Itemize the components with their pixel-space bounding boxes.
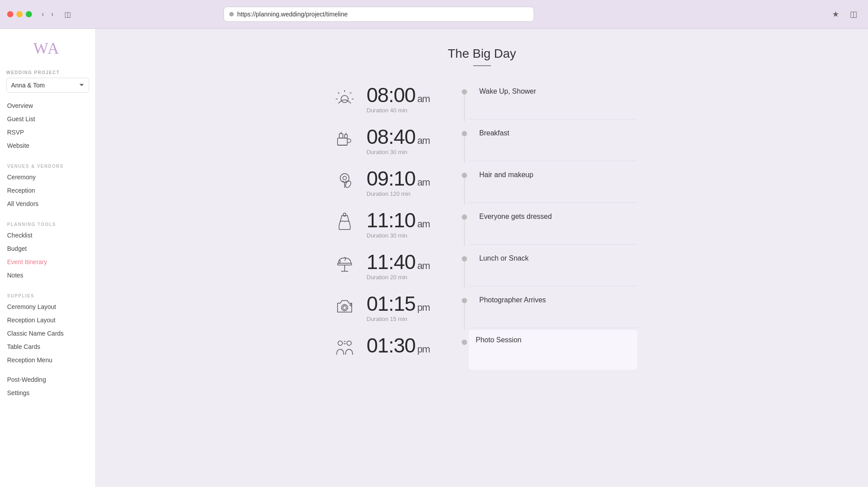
svg-point-16	[343, 176, 346, 180]
sidebar-item-budget[interactable]: Budget	[0, 242, 95, 255]
timeline-dot-photo-session	[462, 340, 467, 345]
icon-col-lunch	[327, 246, 362, 274]
food-icon	[335, 254, 354, 274]
timeline-line-photographer	[464, 303, 465, 330]
timeline-line-dressed	[464, 220, 465, 246]
planning-section-title: PLANNING TOOLS	[0, 222, 95, 227]
project-select-wrapper: Anna & Tom	[0, 75, 95, 93]
dot-col-wake-up	[460, 79, 469, 121]
sidebar-item-website[interactable]: Website	[0, 139, 95, 152]
event-name-photo-session: Photo Session	[476, 336, 630, 344]
icon-col-hair-makeup	[327, 163, 362, 190]
back-button[interactable]: ‹	[39, 9, 47, 19]
page-title-area: The Big Day	[122, 47, 841, 66]
sunrise-icon	[335, 87, 354, 107]
time-breakfast: 08:40am	[367, 127, 451, 147]
svg-point-15	[344, 180, 352, 189]
close-button[interactable]	[7, 11, 13, 17]
event-name-dressed: Everyone gets dressed	[479, 213, 637, 221]
time-col-lunch: 11:40am Duration 20 min	[362, 246, 460, 281]
app-logo: WA	[32, 38, 63, 59]
sidebar-toggle-button[interactable]: ◫	[62, 9, 74, 20]
timeline-item-photographer: 01:15pm Duration 15 min Photographer Arr…	[327, 288, 637, 330]
icon-col-dressed	[327, 205, 362, 232]
timeline-item-wake-up: 08:00am Duration 40 min Wake Up, Shower	[327, 79, 637, 121]
dot-col-hair-makeup	[460, 163, 469, 205]
sidebar-item-classic-name-cards[interactable]: Classic Name Cards	[0, 327, 95, 340]
time-wake-up: 08:00am	[367, 85, 451, 105]
event-name-lunch: Lunch or Snack	[479, 254, 637, 262]
event-name-wake-up: Wake Up, Shower	[479, 87, 637, 95]
timeline-line-breakfast	[464, 136, 465, 163]
timeline-item-hair-makeup: 09:10am Duration 120 min Hair and makeup	[327, 163, 637, 205]
time-col-dressed: 11:10am Duration 30 min	[362, 205, 460, 239]
icon-col-breakfast	[327, 121, 362, 149]
main-content: The Big Day	[96, 29, 868, 487]
sidebar-item-ceremony[interactable]: Ceremony	[0, 170, 95, 184]
svg-point-22	[343, 306, 346, 309]
address-bar[interactable]: https://planning.wedding/project/timelin…	[224, 7, 534, 22]
timeline-dot-hair-makeup	[462, 173, 467, 178]
minimize-button[interactable]	[16, 11, 23, 17]
people-photo-icon	[335, 338, 354, 357]
dot-col-photo-session	[460, 330, 469, 345]
venues-section-title: VENUES & VENDORS	[0, 164, 95, 169]
sidebar-item-ceremony-layout[interactable]: Ceremony Layout	[0, 300, 95, 313]
svg-point-21	[342, 305, 348, 311]
split-view-button[interactable]: ◫	[846, 8, 861, 20]
sidebar-item-reception-menu[interactable]: Reception Menu	[0, 353, 95, 367]
event-col-photographer: Photographer Arrives	[469, 288, 637, 328]
dot-col-dressed	[460, 205, 469, 246]
duration-wake-up: Duration 40 min	[367, 107, 451, 114]
svg-point-1	[341, 95, 348, 103]
nav-section-bottom: Post-Wedding Settings	[0, 373, 95, 400]
duration-lunch: Duration 20 min	[367, 274, 451, 281]
svg-rect-9	[339, 134, 343, 138]
sidebar-item-all-vendors[interactable]: All Vendors	[0, 197, 95, 210]
nav-section-planning: PLANNING TOOLS Checklist Budget Event It…	[0, 217, 95, 282]
svg-line-5	[338, 92, 339, 94]
nav-buttons: ‹ ›	[39, 9, 56, 19]
event-col-hair-makeup: Hair and makeup	[469, 163, 637, 203]
timeline-dot-breakfast	[462, 131, 467, 136]
sidebar-item-guest-list[interactable]: Guest List	[0, 112, 95, 126]
sidebar-item-reception-layout[interactable]: Reception Layout	[0, 313, 95, 327]
svg-point-17	[343, 213, 346, 216]
time-photo-session: 01:30pm	[367, 335, 451, 356]
svg-point-23	[350, 304, 352, 306]
timeline-line-lunch	[464, 261, 465, 288]
makeup-icon	[335, 171, 354, 190]
svg-text:WA: WA	[33, 40, 60, 56]
maximize-button[interactable]	[26, 11, 32, 17]
sidebar-item-reception[interactable]: Reception	[0, 184, 95, 197]
forward-button[interactable]: ›	[48, 9, 56, 19]
security-icon	[229, 12, 234, 16]
project-select[interactable]: Anna & Tom	[6, 78, 89, 93]
svg-point-24	[338, 341, 342, 345]
sidebar-item-event-itinerary[interactable]: Event Itinerary	[0, 255, 95, 269]
traffic-lights	[7, 11, 32, 17]
timeline-line-wake-up	[464, 95, 465, 121]
url-text: https://planning.wedding/project/timelin…	[237, 11, 348, 18]
project-label: WEDDING PROJECT	[0, 70, 60, 75]
svg-point-25	[347, 341, 351, 345]
timeline-line-hair-makeup	[464, 178, 465, 205]
sidebar-item-rsvp[interactable]: RSVP	[0, 126, 95, 139]
sidebar-item-overview[interactable]: Overview	[0, 99, 95, 112]
time-col-photo-session: 01:30pm	[362, 330, 460, 357]
timeline-dot-dressed	[462, 214, 467, 220]
svg-rect-10	[345, 135, 347, 138]
sidebar-item-post-wedding[interactable]: Post-Wedding	[0, 373, 95, 386]
dress-icon	[335, 213, 354, 232]
sidebar-item-notes[interactable]: Notes	[0, 269, 95, 282]
browser-chrome: ‹ › ◫ https://planning.wedding/project/t…	[0, 0, 868, 29]
svg-rect-18	[338, 263, 352, 265]
sidebar-item-table-cards[interactable]: Table Cards	[0, 340, 95, 353]
duration-dressed: Duration 30 min	[367, 232, 451, 239]
svg-rect-7	[338, 138, 347, 145]
sidebar-item-checklist[interactable]: Checklist	[0, 229, 95, 242]
nav-section-supplies: SUPPLIES Ceremony Layout Reception Layou…	[0, 288, 95, 367]
bookmark-button[interactable]: ★	[829, 8, 843, 20]
timeline-item-breakfast: 08:40am Duration 30 min Breakfast	[327, 121, 637, 163]
sidebar-item-settings[interactable]: Settings	[0, 386, 95, 400]
